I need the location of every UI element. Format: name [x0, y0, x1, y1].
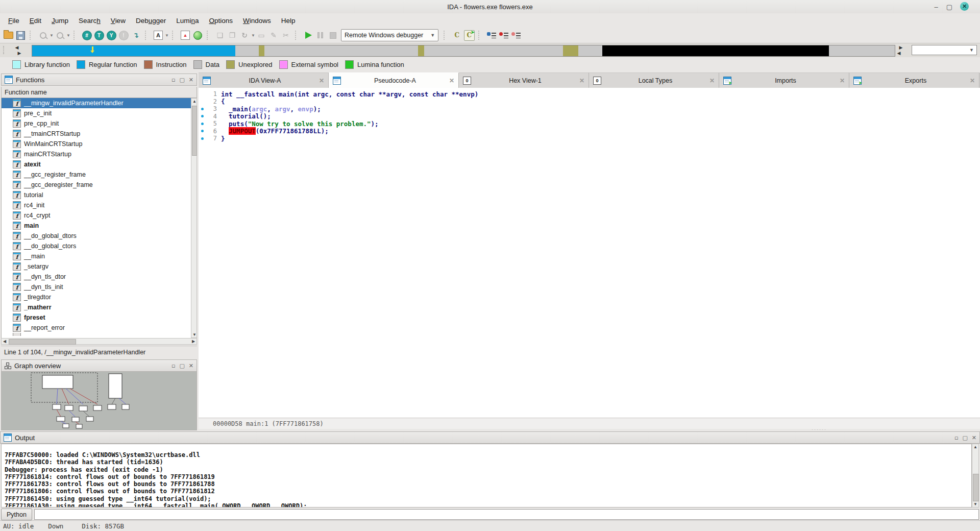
graph-close-icon[interactable]: ✕	[189, 363, 193, 369]
menu-lumina[interactable]: Lumina	[171, 15, 204, 26]
functions-float-icon[interactable]: ▫	[172, 77, 175, 83]
edit-breakpoints-icon[interactable]: ✎	[267, 29, 280, 41]
return-icon[interactable]: ↴	[130, 29, 142, 41]
output-vscrollbar[interactable]: ▲ ▼	[972, 444, 979, 508]
output-log[interactable]: 7FFAB7C50000: loaded C:\WINDOWS\System32…	[1, 444, 972, 508]
navband-zoom-left-icon[interactable]: ◀	[895, 50, 902, 56]
menu-file[interactable]: File	[3, 15, 24, 26]
output-float-icon[interactable]: ▫	[954, 435, 958, 441]
tab-pseudocode-a[interactable]: Pseudocode-A✕	[329, 73, 459, 88]
function-row[interactable]: frc4_init	[2, 200, 191, 210]
jump-xref-icon[interactable]: Y	[105, 29, 117, 41]
maximize-icon[interactable]: ▢	[944, 2, 954, 11]
open-file-icon[interactable]	[2, 29, 14, 41]
run-sphere-icon[interactable]	[191, 29, 204, 41]
close-icon[interactable]: ✕	[960, 2, 969, 11]
function-row[interactable]: f__do_global_dtors	[2, 231, 191, 241]
text-search-icon[interactable]: A	[152, 29, 164, 41]
tab-close-icon[interactable]: ✕	[319, 77, 324, 84]
tab-close-icon[interactable]: ✕	[970, 77, 975, 84]
breakpoint-icon[interactable]: ▲	[179, 29, 191, 41]
functions-maximize-icon[interactable]: ▢	[179, 77, 184, 83]
navband-left-icon[interactable]: ◀	[13, 44, 20, 50]
compile-run-icon[interactable]: C➤	[463, 29, 475, 41]
function-row[interactable]: f__do_global_ctors	[2, 241, 191, 251]
function-row[interactable]: f__report_error	[2, 323, 191, 333]
menu-jump[interactable]: Jump	[46, 15, 74, 26]
function-row[interactable]: fmain	[2, 221, 191, 231]
code-line[interactable]: 7}	[199, 135, 980, 142]
menu-edit[interactable]: Edit	[24, 15, 46, 26]
graph-float-icon[interactable]: ▫	[172, 363, 175, 369]
tab-local-types[interactable]: 0Local Types✕	[589, 73, 719, 88]
navband-grip[interactable]	[3, 46, 6, 54]
menu-options[interactable]: Options	[204, 15, 238, 26]
output-maximize-icon[interactable]: ▢	[962, 435, 967, 441]
code-line[interactable]: 4 tutorial();	[199, 113, 980, 120]
function-row[interactable]: f__main	[2, 251, 191, 261]
function-row[interactable]: f_tlregdtor	[2, 292, 191, 302]
code-line[interactable]: 1int __fastcall main(int argc, const cha…	[199, 90, 980, 98]
function-row[interactable]: f__gcc_deregister_frame	[2, 180, 191, 190]
tab-close-icon[interactable]: ✕	[709, 77, 715, 84]
navband-strip[interactable]	[32, 45, 895, 57]
function-row[interactable]: fmainCRTStartup	[2, 149, 191, 159]
functions-close-icon[interactable]: ✕	[189, 77, 193, 83]
cli-input[interactable]	[34, 509, 979, 520]
jump-problem-icon[interactable]: !	[117, 29, 130, 41]
debugger-select[interactable]: Remote Windows debugger▼	[341, 29, 438, 41]
cli-language-button[interactable]: Python	[1, 509, 32, 520]
function-row-partial[interactable]	[2, 333, 191, 336]
save-icon[interactable]	[14, 29, 27, 41]
function-row[interactable]: f__mingw_invalidParameterHandler	[2, 98, 191, 108]
graph-overview-canvas[interactable]	[1, 372, 197, 430]
menu-debugger[interactable]: Debugger	[131, 15, 171, 26]
menu-windows[interactable]: Windows	[238, 15, 276, 26]
step-into-icon[interactable]: ❏	[214, 29, 226, 41]
detach-icon[interactable]: ✂	[280, 29, 292, 41]
menu-help[interactable]: Help	[276, 15, 301, 26]
functions-vscrollbar[interactable]: ▲ ▼	[191, 98, 197, 338]
functions-column-header[interactable]: Function name	[1, 87, 197, 98]
function-row[interactable]: fWinMainCRTStartup	[2, 139, 191, 149]
tab-hex-view-1[interactable]: 0Hex View-1✕	[459, 73, 589, 88]
function-row[interactable]: f__tmainCRTStartup	[2, 129, 191, 139]
search-icon[interactable]	[37, 29, 49, 41]
jump-name-icon[interactable]: T	[93, 29, 105, 41]
navband-zoom-right-icon[interactable]: ▶	[897, 44, 904, 50]
code-line[interactable]: 3 _main(argc, argv, envp);	[199, 105, 980, 113]
function-row[interactable]: frc4_crypt	[2, 210, 191, 221]
function-row[interactable]: fpre_c_init	[2, 108, 191, 118]
minimize-icon[interactable]: –	[931, 2, 941, 11]
function-row[interactable]: ftutorial	[2, 190, 191, 200]
function-row[interactable]: f_setargv	[2, 261, 191, 272]
function-row[interactable]: ffpreset	[2, 312, 191, 323]
compile-file-icon[interactable]: C	[451, 29, 463, 41]
run-until-return-icon[interactable]: ↻	[238, 29, 251, 41]
step-over-icon[interactable]: ❐	[226, 29, 238, 41]
tab-close-icon[interactable]: ✕	[449, 77, 454, 84]
functions-hscrollbar[interactable]: ◀ ▶	[1, 338, 197, 345]
run-to-cursor-icon[interactable]: ▭	[255, 29, 267, 41]
menu-search[interactable]: Search	[74, 15, 106, 26]
search-again-icon[interactable]	[54, 29, 66, 41]
start-process-icon[interactable]	[302, 29, 314, 41]
function-row[interactable]: f_matherr	[2, 302, 191, 312]
functions-panel-header[interactable]: Functions ▫ ▢ ✕	[1, 74, 197, 86]
navband-scale-select[interactable]: ▼	[912, 45, 977, 55]
tab-imports[interactable]: ➤Imports✕	[719, 73, 849, 88]
tab-exports[interactable]: ➤Exports✕	[849, 73, 979, 88]
code-line[interactable]: 5 puts("Now try to solve this problem.")…	[199, 120, 980, 128]
stop-process-icon[interactable]	[327, 29, 339, 41]
tab-close-icon[interactable]: ✕	[579, 77, 584, 84]
jump-address-icon[interactable]: #	[81, 29, 93, 41]
pause-process-icon[interactable]	[314, 29, 327, 41]
menu-view[interactable]: View	[106, 15, 131, 26]
navband-right-icon[interactable]: ▶	[16, 50, 23, 56]
function-row[interactable]: f__dyn_tls_dtor	[2, 272, 191, 282]
tab-ida-view-a[interactable]: IDA View-A✕	[199, 73, 329, 88]
breakpoint-list-icon[interactable]	[498, 29, 510, 41]
function-row[interactable]: f__gcc_register_frame	[2, 170, 191, 180]
output-close-icon[interactable]: ✕	[972, 435, 976, 441]
recent-scripts-icon[interactable]	[485, 29, 498, 41]
